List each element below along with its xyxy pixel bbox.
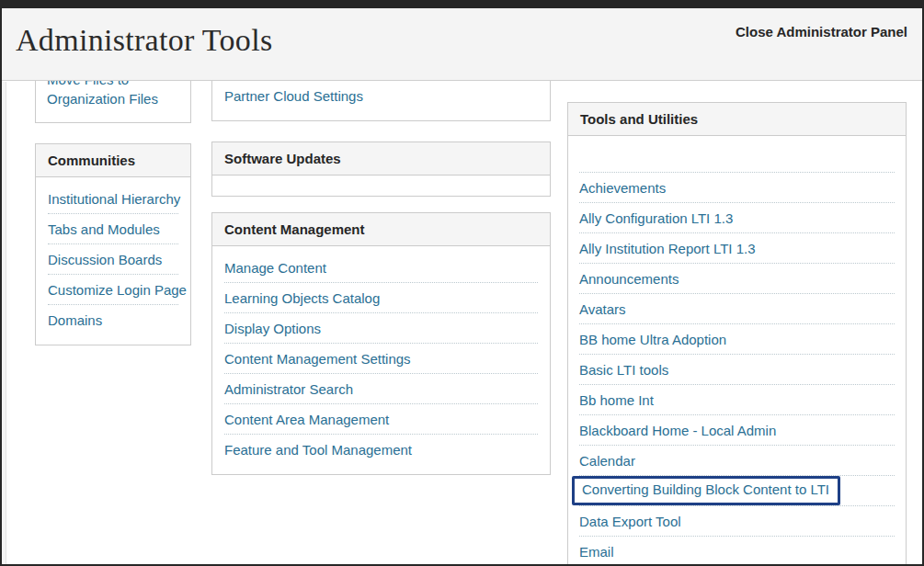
link-announcements[interactable]: Announcements [579, 271, 679, 287]
list-item-highlighted: Converting Building Block Content to LTI [579, 476, 895, 506]
list-item: Discussion Boards [48, 244, 178, 275]
link-content-area-management[interactable]: Content Area Management [224, 412, 389, 427]
list-item: Announcements [579, 264, 895, 294]
list-item: Content Area Management [224, 404, 538, 435]
software-updates-header: Software Updates [212, 142, 550, 175]
link-calendar[interactable]: Calendar [579, 453, 635, 469]
list-item: Avatars [579, 294, 895, 324]
list-item: Achievements [579, 173, 895, 203]
link-ally-institution-report-lti-13[interactable]: Ally Institution Report LTI 1.3 [579, 241, 755, 256]
list-item: Blackboard Home - Local Admin [579, 415, 895, 446]
link-tabs-and-modules[interactable]: Tabs and Modules [48, 221, 160, 237]
left-gutter [2, 82, 6, 564]
list-item: Manage Content [224, 253, 538, 283]
list-item: Tabs and Modules [48, 214, 178, 244]
content-management-header: Content Management [212, 213, 550, 246]
list-item: Calendar [579, 446, 895, 476]
link-learning-objects-catalog[interactable]: Learning Objects Catalog [224, 290, 380, 306]
panel-content: Move Files to Organization Files Communi… [2, 82, 922, 564]
link-bb-home-ultra-adoption[interactable]: BB home Ultra Adoption [579, 332, 726, 347]
box-tools-and-utilities: Tools and Utilities Achievements Ally Co… [567, 102, 907, 566]
box-content-management: Content Management Manage Content Learni… [211, 212, 551, 475]
link-domains[interactable]: Domains [48, 312, 102, 328]
list-item: Feature and Tool Management [224, 435, 538, 465]
link-email[interactable]: Email [579, 544, 614, 560]
link-content-management-settings[interactable]: Content Management Settings [224, 351, 411, 367]
link-achievements[interactable]: Achievements [579, 180, 666, 196]
page-title: Administrator Tools [16, 23, 272, 58]
list-item: Customize Login Page [48, 275, 178, 305]
link-manage-content[interactable]: Manage Content [224, 260, 326, 276]
link-feature-and-tool-management[interactable]: Feature and Tool Management [224, 442, 412, 458]
list-item: Data Export Tool [579, 506, 895, 537]
link-converting-building-block-content-to-lti[interactable]: Converting Building Block Content to LTI [582, 481, 829, 497]
box-communities: Communities Institutional Hierarchy Tabs… [35, 143, 191, 345]
communities-header: Communities [36, 144, 190, 177]
list-item: Bb home Int [579, 385, 895, 415]
link-data-export-tool[interactable]: Data Export Tool [579, 514, 681, 529]
highlight-outline: Converting Building Block Content to LTI [572, 476, 840, 505]
empty-list-row [579, 136, 895, 173]
list-item: Content Management Settings [224, 344, 538, 374]
list-item: Ally Configuration LTI 1.3 [579, 203, 895, 233]
list-item: Institutional Hierarchy [48, 184, 178, 214]
list-item: Learning Objects Catalog [224, 283, 538, 313]
list-item: Domains [48, 305, 178, 335]
software-updates-body [212, 175, 550, 196]
window-top-bar [2, 2, 922, 8]
tools-and-utilities-list: Achievements Ally Configuration LTI 1.3 … [568, 136, 906, 566]
link-bb-home-int[interactable]: Bb home Int [579, 392, 654, 408]
link-partner-cloud-settings[interactable]: Partner Cloud Settings [224, 88, 363, 104]
list-item: BB home Ultra Adoption [579, 324, 895, 355]
link-discussion-boards[interactable]: Discussion Boards [48, 252, 162, 267]
link-institutional-hierarchy[interactable]: Institutional Hierarchy [48, 191, 180, 207]
close-administrator-panel-link[interactable]: Close Administrator Panel [736, 24, 907, 40]
tools-and-utilities-header: Tools and Utilities [568, 103, 906, 136]
list-item: Administrator Search [224, 374, 538, 404]
list-item: Email [579, 537, 895, 566]
list-item: Ally Institution Report LTI 1.3 [579, 233, 895, 264]
link-customize-login-page[interactable]: Customize Login Page [48, 282, 187, 298]
administrator-tools-panel: Administrator Tools Close Administrator … [0, 0, 924, 566]
link-blackboard-home-local-admin[interactable]: Blackboard Home - Local Admin [579, 423, 776, 438]
content-management-list: Manage Content Learning Objects Catalog … [212, 246, 550, 474]
panel-header: Administrator Tools Close Administrator … [2, 8, 922, 81]
box-software-updates: Software Updates [211, 142, 551, 197]
link-display-options[interactable]: Display Options [224, 321, 321, 336]
list-item: Basic LTI tools [579, 355, 895, 385]
link-ally-configuration-lti-13[interactable]: Ally Configuration LTI 1.3 [579, 210, 733, 226]
link-avatars[interactable]: Avatars [579, 301, 626, 317]
link-basic-lti-tools[interactable]: Basic LTI tools [579, 362, 668, 378]
list-item: Display Options [224, 313, 538, 344]
link-administrator-search[interactable]: Administrator Search [224, 381, 353, 397]
communities-list: Institutional Hierarchy Tabs and Modules… [36, 177, 190, 345]
